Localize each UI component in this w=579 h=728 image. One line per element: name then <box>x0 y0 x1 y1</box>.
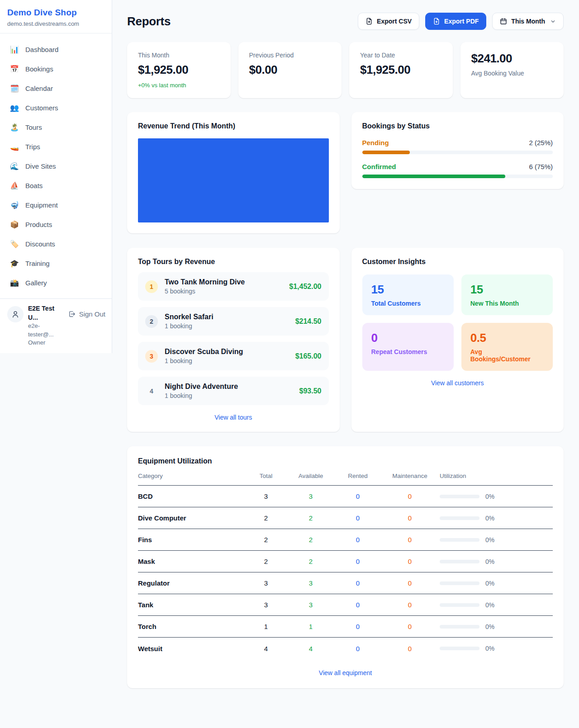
sidebar-item-label: Dashboard <box>25 44 58 55</box>
revenue-trend-bar <box>138 138 329 222</box>
utilization-cell: 0% <box>440 558 553 565</box>
user-name: E2E Test U... <box>28 304 64 322</box>
spiral-calendar-icon: 🗓️ <box>10 83 19 94</box>
sidebar-item-label: Discounts <box>25 239 55 249</box>
tour-revenue: $93.50 <box>299 387 322 395</box>
bookings-by-status-card: Bookings by Status Pending 2 (25%) Confi… <box>351 112 564 189</box>
tour-name: Snorkel Safari <box>165 313 214 321</box>
sidebar-item-label: Dive Sites <box>25 161 56 171</box>
tour-revenue: $214.50 <box>295 317 322 326</box>
utilization-cell: 0% <box>440 645 553 652</box>
sidebar: Demo Dive Shop demo.test.divestreams.com… <box>0 0 112 353</box>
insights-row: Top Tours by Revenue 1 Two Tank Morning … <box>127 248 564 432</box>
view-all-equipment-link[interactable]: View all equipment <box>138 669 553 676</box>
page-header: Reports Export CSV Export PDF This Month <box>127 13 564 30</box>
tag-icon: 🏷️ <box>10 239 19 249</box>
tile-value: 0.5 <box>470 331 544 345</box>
sidebar-item-label: Training <box>25 258 50 269</box>
sidebar-item-products[interactable]: 📦 Products <box>5 215 106 234</box>
utilization-cell: 0% <box>440 623 553 630</box>
sidebar-item-bookings[interactable]: 📅 Bookings <box>5 59 106 79</box>
file-download-icon <box>433 18 440 25</box>
table-row: Dive Computer 2 2 0 0 0% <box>138 507 553 529</box>
equipment-category: Fins <box>138 536 246 544</box>
tile-label: Total Customers <box>371 300 445 307</box>
progress-track <box>362 151 553 154</box>
export-pdf-button[interactable]: Export PDF <box>425 13 486 30</box>
view-all-tours-link[interactable]: View all tours <box>138 414 329 421</box>
sidebar-item-label: Calendar <box>25 83 53 94</box>
equipment-category: Regulator <box>138 579 246 587</box>
tile-value: 0 <box>371 331 445 345</box>
utilization-cell: 0% <box>440 580 553 587</box>
sidebar-item-tours[interactable]: 🏝️ Tours <box>5 118 106 137</box>
progress-fill <box>362 175 505 178</box>
equipment-category: Wetsuit <box>138 645 246 652</box>
sidebar-item-pos[interactable]: 💳 POS <box>5 293 106 298</box>
tour-name: Two Tank Morning Dive <box>165 278 245 286</box>
tile-new-this-month: 15 New This Month <box>461 274 553 315</box>
utilization-cell: 0% <box>440 536 553 544</box>
utilization-cell: 0% <box>440 493 553 500</box>
tour-row: 3 Discover Scuba Diving 1 booking $165.0… <box>138 342 329 370</box>
sidebar-item-discounts[interactable]: 🏷️ Discounts <box>5 234 106 254</box>
utilization-track <box>440 495 479 498</box>
stat-delta: +0% vs last month <box>138 82 220 89</box>
table-row: Tank 3 3 0 0 0% <box>138 594 553 616</box>
page-title: Reports <box>127 14 171 28</box>
equipment-category: Mask <box>138 558 246 565</box>
tour-bookings: 5 bookings <box>165 288 245 295</box>
calendar-icon: 📅 <box>10 64 19 74</box>
people-icon: 👥 <box>10 103 19 113</box>
stat-label: This Month <box>138 52 220 59</box>
sign-out-button[interactable]: Sign Out <box>68 310 105 318</box>
sidebar-item-boats[interactable]: ⛵ Boats <box>5 176 106 195</box>
utilization-track <box>440 603 479 607</box>
tour-bookings: 1 booking <box>165 322 214 330</box>
sidebar-item-label: Bookings <box>25 64 53 74</box>
tile-label: Repeat Customers <box>371 348 445 355</box>
progress-track <box>362 175 553 178</box>
user-meta: E2E Test U... e2e-tester@... Owner <box>28 304 64 347</box>
stat-cards: This Month $1,925.00 +0% vs last month P… <box>127 42 564 98</box>
status-value: 2 (25%) <box>529 139 553 147</box>
main-content: Reports Export CSV Export PDF This Month… <box>112 0 579 715</box>
status-label: Confirmed <box>362 163 396 170</box>
table-row: Wetsuit 4 4 0 0 0% <box>138 638 553 659</box>
sidebar-item-calendar[interactable]: 🗓️ Calendar <box>5 79 106 98</box>
insights-grid: 15 Total Customers 15 New This Month 0 R… <box>362 274 553 371</box>
period-dropdown[interactable]: This Month <box>492 13 564 30</box>
sidebar-item-gallery[interactable]: 📸 Gallery <box>5 273 106 293</box>
sidebar-item-equipment[interactable]: 🤿 Equipment <box>5 195 106 215</box>
customer-insights-card: Customer Insights 15 Total Customers 15 … <box>351 248 564 432</box>
stat-card-this-month: This Month $1,925.00 +0% vs last month <box>127 42 231 98</box>
user-role: Owner <box>28 339 64 347</box>
tile-label: New This Month <box>470 300 544 307</box>
rank-badge: 2 <box>145 315 158 328</box>
stat-value: $241.00 <box>471 52 553 66</box>
brand: Demo Dive Shop demo.test.divestreams.com <box>0 0 112 33</box>
export-csv-button[interactable]: Export CSV <box>358 13 419 30</box>
equipment-category: Torch <box>138 623 246 630</box>
sidebar-item-trips[interactable]: 🚤 Trips <box>5 137 106 156</box>
camera-icon: 📸 <box>10 278 19 288</box>
sidebar-item-customers[interactable]: 👥 Customers <box>5 98 106 118</box>
sidebar-item-dive-sites[interactable]: 🌊 Dive Sites <box>5 156 106 176</box>
sidebar-item-label: Products <box>25 219 52 230</box>
stat-label: Avg Booking Value <box>471 70 553 77</box>
status-row-pending: Pending 2 (25%) <box>362 139 553 154</box>
tile-label: Avg Bookings/Customer <box>470 348 544 363</box>
bar-chart-icon: 📊 <box>10 44 19 55</box>
tour-name: Night Dive Adventure <box>165 383 238 391</box>
stat-value: $1,925.00 <box>360 63 442 77</box>
stat-card-previous-period: Previous Period $0.00 <box>238 42 342 98</box>
speedboat-icon: 🚤 <box>10 142 19 152</box>
tile-repeat-customers: 0 Repeat Customers <box>362 323 454 371</box>
file-download-icon <box>365 18 373 25</box>
sidebar-item-label: Boats <box>25 180 43 191</box>
sidebar-item-dashboard[interactable]: 📊 Dashboard <box>5 40 106 59</box>
sidebar-item-training[interactable]: 🎓 Training <box>5 254 106 273</box>
view-all-customers-link[interactable]: View all customers <box>362 379 553 387</box>
tour-row: 2 Snorkel Safari 1 booking $214.50 <box>138 307 329 336</box>
stat-value: $1,925.00 <box>138 63 220 77</box>
